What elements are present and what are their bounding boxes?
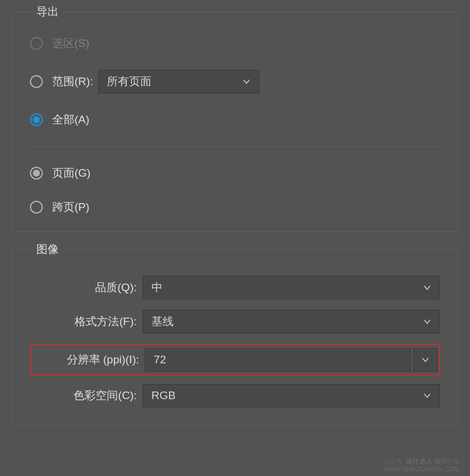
image-fieldset: 图像 品质(Q): 中 格式方法(F): 基线 [12,249,458,426]
watermark-name: 设计达人 [406,458,433,465]
radio-selection-label: 选区(S) [52,36,89,51]
radio-row-selection: 选区(S) [30,36,440,51]
resolution-row: 分辨率 (ppi)(I): [32,348,438,372]
colorspace-value: RGB [151,389,175,402]
radio-range-label[interactable]: 范围(R): [52,74,93,89]
format-row: 格式方法(F): 基线 [30,310,440,333]
export-title: 导出 [33,4,62,19]
chevron-down-icon [423,391,431,400]
radio-range[interactable] [30,75,43,88]
format-dropdown[interactable]: 基线 [143,310,440,333]
resolution-input[interactable] [145,348,411,372]
radio-spread-label[interactable]: 跨页(P) [52,200,89,215]
quality-row: 品质(Q): 中 [30,276,440,299]
quality-dropdown[interactable]: 中 [143,276,440,299]
radio-page[interactable] [30,167,43,180]
colorspace-label: 色彩空间(C): [30,388,143,403]
quality-label: 品质(Q): [30,280,143,295]
resolution-label: 分辨率 (ppi)(I): [32,352,145,367]
radio-row-page: 页面(G) [30,166,440,181]
format-value: 基线 [151,314,174,329]
radio-all[interactable] [30,113,43,126]
radio-spread[interactable] [30,201,43,214]
radio-page-label[interactable]: 页面(G) [52,166,90,181]
radio-row-all: 全部(A) [30,112,440,127]
colorspace-dropdown[interactable]: RGB [143,384,440,407]
format-label: 格式方法(F): [30,314,143,329]
radio-row-range: 范围(R): 所有页面 [30,70,440,93]
watermark-url: WWW.SHEJIDAREN.COM [384,466,459,472]
radio-selection [30,37,43,50]
range-dropdown[interactable]: 所有页面 [98,70,259,93]
divider [30,146,440,147]
colorspace-row: 色彩空间(C): RGB [30,384,440,407]
watermark-prefix: 公众号: [384,458,404,465]
resolution-dropdown-button[interactable] [413,348,438,372]
quality-value: 中 [151,280,163,295]
radio-row-spread: 跨页(P) [30,200,440,215]
watermark: 公众号: 设计达人 整理分享 WWW.SHEJIDAREN.COM [384,457,459,472]
chevron-down-icon [242,77,251,86]
radio-all-label[interactable]: 全部(A) [52,112,89,127]
chevron-down-icon [423,318,431,326]
resolution-highlight: 分辨率 (ppi)(I): [30,344,440,376]
image-title: 图像 [33,242,62,257]
chevron-down-icon [421,356,430,364]
range-dropdown-value: 所有页面 [107,74,151,89]
chevron-down-icon [423,283,431,292]
export-fieldset: 导出 选区(S) 范围(R): 所有页面 全部(A) 页面(G) [12,12,458,232]
watermark-suffix: 整理分享 [435,458,459,465]
resolution-combo [145,348,438,372]
